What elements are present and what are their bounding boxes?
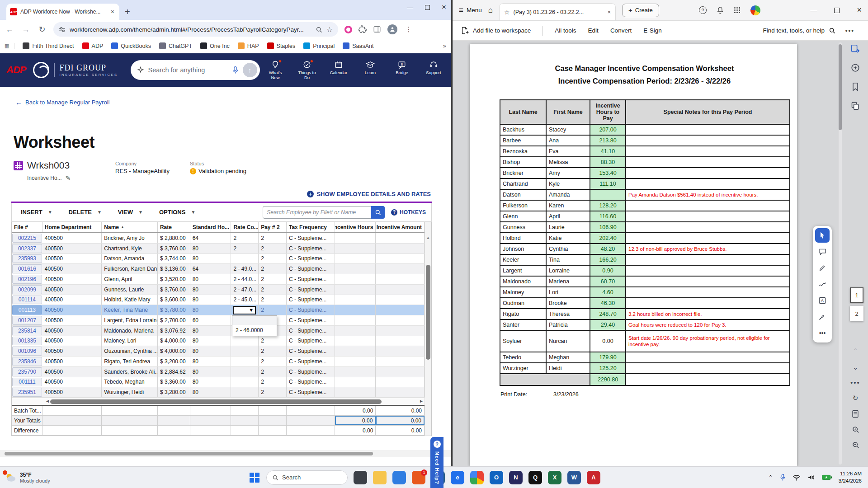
pdf-scrollbar[interactable] bbox=[839, 42, 842, 465]
nav-item-calendar[interactable]: Calendar bbox=[328, 61, 349, 80]
chrome-browser[interactable] bbox=[470, 471, 484, 484]
url-bar[interactable]: workforcenow.adp.com/theme/admin.html#/P… bbox=[53, 22, 338, 37]
scroll-left-icon[interactable]: ◄ bbox=[45, 399, 50, 404]
edge-browser[interactable]: e bbox=[451, 471, 464, 484]
bookmark-item[interactable]: ChatGPT bbox=[159, 42, 192, 49]
hotkeys-button[interactable]: ? HOTKEYS bbox=[391, 209, 426, 216]
table-row[interactable]: 235814400500Maldonado, Marlena$ 3,076.92… bbox=[12, 326, 425, 336]
rate-code-dropdown-popup[interactable]: 2 - 46.0000 bbox=[232, 315, 277, 336]
comment-tool-button[interactable] bbox=[815, 244, 830, 259]
bookmark-item[interactable]: Staples bbox=[267, 42, 296, 49]
vertical-scroll-thumb[interactable] bbox=[426, 265, 430, 360]
column-header[interactable]: Incentive Hours bbox=[335, 222, 376, 232]
dropdown-option[interactable]: 2 - 46.0000 bbox=[232, 325, 277, 336]
app-grid-icon[interactable] bbox=[734, 7, 741, 14]
pdf-scroll-thumb[interactable] bbox=[839, 44, 842, 130]
organize-pages-icon[interactable] bbox=[850, 100, 861, 111]
file-number-cell[interactable]: 001113 bbox=[12, 305, 42, 314]
incentive-amount-cell[interactable] bbox=[376, 387, 425, 397]
file-number-cell[interactable]: 002196 bbox=[12, 275, 42, 284]
incentive-amount-cell[interactable] bbox=[376, 377, 425, 387]
esign-menu[interactable]: E-Sign bbox=[643, 27, 662, 34]
browser-menu-icon[interactable]: ⋮ bbox=[404, 25, 414, 33]
table-row[interactable]: 001096400500Ouzounian, Cynthia ...$ 4,00… bbox=[12, 346, 425, 357]
column-header[interactable]: File # bbox=[12, 222, 42, 232]
incentive-hours-cell[interactable] bbox=[335, 254, 376, 264]
rate-code-dropdown[interactable]: ▼ bbox=[233, 306, 256, 314]
tray-mic-icon[interactable] bbox=[780, 474, 786, 481]
refresh-icon[interactable]: ↻ bbox=[853, 394, 859, 402]
volume-icon[interactable] bbox=[807, 474, 815, 481]
incentive-hours-cell[interactable] bbox=[335, 387, 376, 397]
column-header[interactable]: Rate Co... bbox=[231, 222, 259, 232]
adp-search-bar[interactable]: Search for anything ↑ bbox=[131, 60, 260, 80]
employee-search-button[interactable] bbox=[371, 206, 385, 219]
excel[interactable]: X bbox=[548, 471, 561, 484]
profile-avatar[interactable] bbox=[387, 24, 397, 34]
column-header[interactable]: Name▲ bbox=[102, 222, 158, 232]
zoom-icon[interactable] bbox=[316, 26, 322, 33]
dropdown-option-blank[interactable] bbox=[232, 316, 277, 325]
bookmark-item[interactable]: QuickBooks bbox=[111, 42, 151, 49]
file-number-cell[interactable]: 001207 bbox=[12, 316, 42, 325]
bookmark-item[interactable]: HAP bbox=[238, 42, 259, 49]
zoom-out-icon[interactable] bbox=[852, 441, 859, 449]
convert-menu[interactable]: Convert bbox=[610, 27, 632, 34]
table-row[interactable]: 001335400500Maloney, Lori$ 4,000.00802C … bbox=[12, 336, 425, 347]
incentive-amount-cell[interactable] bbox=[376, 367, 425, 377]
taskbar-clock[interactable]: 11:26 AM 3/24/2026 bbox=[839, 470, 862, 484]
file-number-cell[interactable]: 001114 bbox=[12, 296, 42, 305]
incentive-amount-cell[interactable] bbox=[376, 346, 425, 356]
incentive-hours-cell[interactable] bbox=[335, 326, 376, 336]
table-row[interactable]: 001207400500Largent, Edna Lorraine$ 2,70… bbox=[12, 315, 425, 326]
options-button[interactable]: OPTIONS▼ bbox=[151, 203, 203, 221]
rate-code-cell[interactable]: ▼ bbox=[231, 305, 259, 315]
bookmark-item[interactable]: ADP bbox=[82, 42, 104, 49]
acrobat-minimize-button[interactable]: — bbox=[810, 6, 817, 14]
file-number-cell[interactable]: 001616 bbox=[12, 264, 42, 273]
back-to-payroll-link[interactable]: ← Back to Manage Regular Payroll bbox=[15, 99, 109, 106]
file-number-cell[interactable]: 235790 bbox=[12, 367, 42, 376]
table-row[interactable]: 001113400500Keeler, Tina Marie$ 3,780.00… bbox=[12, 305, 425, 315]
zoom-in-icon[interactable] bbox=[852, 426, 859, 433]
select-tool-button[interactable] bbox=[815, 228, 830, 243]
acrobat-app[interactable]: A bbox=[587, 471, 600, 484]
acrobat-maximize-button[interactable] bbox=[834, 8, 840, 13]
table-row[interactable]: 001616400500Fulkerson, Karen Danz$ 3,136… bbox=[12, 264, 425, 274]
favorite-star-icon[interactable]: ☆ bbox=[504, 9, 510, 16]
table-row[interactable]: 002099400500Gunness, Laurie$ 3,760.00802… bbox=[12, 285, 425, 295]
create-button[interactable]: +Create bbox=[622, 4, 659, 17]
page-scroll-thumb[interactable] bbox=[5, 452, 373, 455]
nav-item-support[interactable]: Support bbox=[423, 61, 444, 80]
all-tools-menu[interactable]: All tools bbox=[555, 27, 576, 34]
highlight-tool-button[interactable] bbox=[815, 261, 830, 275]
edit-menu[interactable]: Edit bbox=[588, 27, 599, 34]
incentive-hours-cell[interactable] bbox=[335, 336, 376, 346]
incentive-hours-cell[interactable] bbox=[335, 377, 376, 387]
nav-item-what-s-new[interactable]: What's New bbox=[264, 61, 286, 80]
incentive-amount-cell[interactable] bbox=[376, 274, 425, 284]
bookmark-item[interactable]: Fifth Third Direct bbox=[23, 42, 74, 49]
incentive-amount-cell[interactable] bbox=[376, 264, 425, 274]
table-row[interactable]: 235993400500Datson, Amanda$ 3,744.00802C… bbox=[12, 254, 425, 264]
column-header[interactable]: Rate bbox=[158, 222, 190, 232]
page-1-thumbnail[interactable]: 1 bbox=[850, 287, 863, 303]
scroll-thumb[interactable] bbox=[50, 399, 382, 404]
tab-close-icon[interactable]: × bbox=[109, 8, 116, 15]
incentive-hours-cell[interactable] bbox=[335, 274, 376, 284]
incentive-amount-cell[interactable] bbox=[376, 233, 425, 243]
add-text-tool-button[interactable]: A bbox=[815, 293, 830, 308]
insert-button[interactable]: INSERT▼ bbox=[13, 203, 61, 221]
battery-icon[interactable] bbox=[822, 474, 832, 480]
page-2-thumbnail[interactable]: 2 bbox=[850, 306, 863, 321]
table-row[interactable]: 001114400500Holbird, Katie Mary$ 3,600.0… bbox=[12, 295, 425, 305]
table-row[interactable]: 235951400500Wurzinger, Heidi$ 3,280.0080… bbox=[12, 387, 425, 398]
bookmark-item[interactable]: Principal bbox=[303, 42, 335, 49]
browser-maximize-button[interactable] bbox=[425, 5, 430, 10]
bookmark-item[interactable]: One Inc bbox=[200, 42, 230, 49]
wifi-icon[interactable] bbox=[793, 474, 801, 481]
mail-app[interactable]: 1 bbox=[412, 471, 425, 484]
app-blue-round[interactable] bbox=[392, 471, 406, 484]
incentive-hours-cell[interactable] bbox=[335, 357, 376, 366]
extensions-puzzle-icon[interactable] bbox=[359, 25, 367, 33]
